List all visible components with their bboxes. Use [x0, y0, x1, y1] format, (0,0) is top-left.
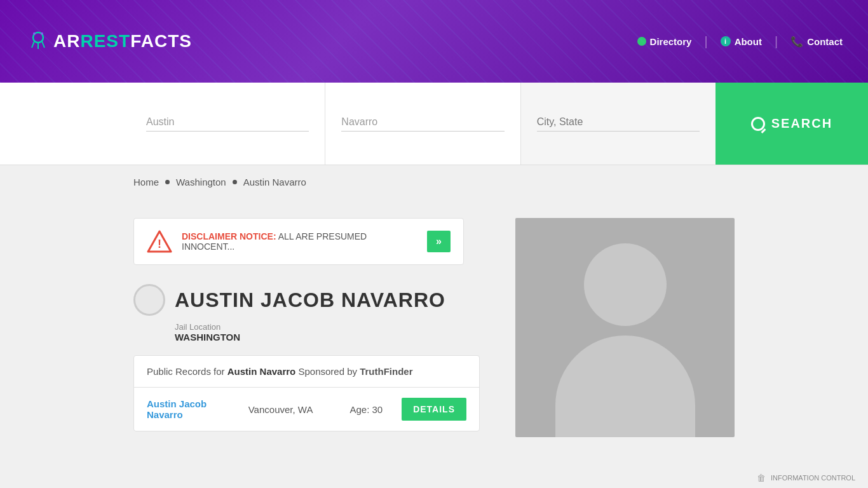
disclaimer-text: DISCLAIMER NOTICE: ALL ARE PRESUMED INNO…	[182, 231, 417, 252]
svg-line-1	[32, 41, 34, 48]
breadcrumb-state[interactable]: Washington	[176, 177, 226, 187]
silhouette-head	[584, 243, 667, 326]
directory-icon	[637, 37, 646, 46]
record-name-link[interactable]: Austin Jacob Navarro	[147, 398, 236, 420]
search-button-label: SEARCH	[771, 116, 832, 131]
records-header: Public Records for Austin Navarro Sponso…	[134, 356, 479, 388]
disclaimer-button[interactable]: »	[427, 231, 451, 252]
site-header: ARRESTFACTS Directory | i About | 📞 Cont…	[0, 0, 868, 83]
jail-label: Jail Location	[175, 322, 490, 332]
breadcrumb-home[interactable]: Home	[133, 177, 159, 187]
search-icon	[751, 117, 765, 131]
nav-directory[interactable]: Directory	[637, 36, 692, 47]
left-column: ! DISCLAIMER NOTICE: ALL ARE PRESUMED IN…	[133, 218, 490, 437]
records-intro-text: Public Records for	[147, 366, 225, 377]
records-box: Public Records for Austin Navarro Sponso…	[133, 355, 480, 431]
search-button[interactable]: SEARCH	[715, 83, 868, 165]
logo[interactable]: ARRESTFACTS	[25, 29, 192, 54]
nav-sep-1: |	[704, 34, 707, 49]
breadcrumb-sep-1	[165, 180, 170, 184]
record-location: Vancouver, WA	[248, 404, 337, 415]
logo-icon	[25, 29, 51, 54]
disclaimer-label: DISCLAIMER NOTICE:	[182, 231, 276, 241]
profile-photo	[515, 218, 735, 437]
city-state-wrap	[521, 83, 715, 165]
person-avatar-small	[133, 284, 165, 316]
main-content: ! DISCLAIMER NOTICE: ALL ARE PRESUMED IN…	[0, 199, 868, 456]
nav-directory-label: Directory	[650, 36, 692, 47]
svg-line-3	[42, 41, 44, 48]
footer-icon: 🗑	[757, 473, 766, 483]
breadcrumb-current: Austin Navarro	[243, 177, 306, 187]
records-row: Austin Jacob Navarro Vancouver, WA Age: …	[134, 388, 479, 431]
svg-point-5	[41, 32, 43, 35]
breadcrumb: Home Washington Austin Navarro	[0, 165, 868, 199]
records-sponsored-text: Sponsored by	[298, 366, 360, 377]
first-name-wrap	[130, 83, 325, 165]
phone-icon: 📞	[790, 36, 803, 48]
nav-sep-2: |	[775, 34, 778, 49]
records-sponsor-name: TruthFinder	[360, 366, 412, 377]
nav-about[interactable]: i About	[721, 36, 762, 47]
silhouette-body	[555, 336, 695, 437]
records-person-name: Austin Navarro	[227, 366, 296, 377]
profile-silhouette	[515, 218, 735, 437]
footer-info: 🗑 INFORMATION CONTROL	[744, 468, 868, 488]
search-fields: SEARCH	[130, 83, 868, 165]
record-age: Age: 30	[349, 404, 383, 415]
jail-location-value: WASHINGTON	[175, 332, 490, 342]
person-full-name: AUSTIN JACOB NAVARRO	[175, 288, 445, 312]
disclaimer-box: ! DISCLAIMER NOTICE: ALL ARE PRESUMED IN…	[133, 218, 464, 265]
search-area: SEARCH	[0, 83, 868, 165]
first-name-input[interactable]	[146, 116, 309, 132]
warning-icon: !	[147, 229, 172, 254]
breadcrumb-sep-2	[233, 180, 237, 184]
svg-point-4	[33, 32, 36, 35]
last-name-wrap	[325, 83, 520, 165]
city-state-input[interactable]	[537, 116, 700, 132]
person-header: AUSTIN JACOB NAVARRO	[133, 284, 490, 316]
about-icon: i	[721, 36, 731, 46]
search-area-left-spacer	[0, 83, 130, 165]
last-name-input[interactable]	[341, 116, 504, 132]
logo-text: ARRESTFACTS	[53, 31, 192, 51]
right-column	[515, 218, 735, 437]
main-nav: Directory | i About | 📞 Contact	[637, 34, 843, 49]
nav-about-label: About	[735, 36, 762, 47]
details-button[interactable]: DETAILS	[402, 398, 466, 421]
jail-info: Jail Location WASHINGTON	[175, 322, 490, 342]
footer-label: INFORMATION CONTROL	[771, 474, 855, 482]
svg-text:!: !	[158, 238, 161, 250]
nav-contact-label: Contact	[807, 36, 843, 47]
nav-contact[interactable]: 📞 Contact	[790, 36, 843, 48]
